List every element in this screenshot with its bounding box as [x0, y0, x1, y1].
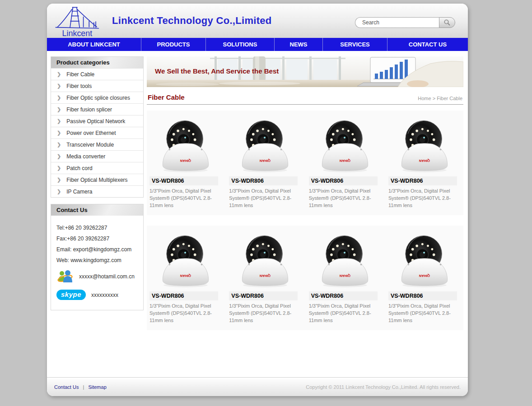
footer-sitemap-link[interactable]: Sitemap	[88, 384, 106, 390]
sidebar-category-item[interactable]: ❯ Patch cord	[51, 162, 143, 174]
product-name[interactable]: VS-WDR806	[229, 291, 298, 300]
breadcrumb-separator: >	[433, 96, 435, 101]
nav-item[interactable]: SOLUTIONS	[205, 38, 274, 51]
product-card[interactable]: QIHAN VS-WDR806 1/3"Pixim Orca, Digital …	[229, 231, 301, 324]
sidebar-category-item[interactable]: ❯ Power over Ethernet	[51, 127, 143, 138]
search-bar	[355, 17, 455, 28]
main-column: We Sell the Best, And Service the Best F…	[147, 56, 463, 377]
dome-camera-image[interactable]: QIHAN	[158, 231, 213, 288]
copyright-text: Copyright © 2011 Linkcent Technology Co.…	[306, 384, 461, 390]
skype-row: skype xxxxxxxxxx	[56, 290, 138, 300]
content-area: Product categories ❯ Fiber Cable ❯ Fiber…	[47, 51, 468, 377]
product-image-wrap: QIHAN	[158, 116, 213, 175]
product-card[interactable]: QIHAN VS-WDR806 1/3"Pixim Orca, Digital …	[388, 116, 461, 209]
main-nav: ABOUT LINKCENT PRODUCTS SOLUTIONS NEWS S…	[47, 38, 468, 51]
product-card[interactable]: QIHAN VS-WDR806 1/3"Pixim Orca, Digital …	[149, 231, 222, 324]
contact-tel: Tel:+86 20 39262287	[56, 225, 138, 231]
dome-camera-image[interactable]: QIHAN	[238, 231, 293, 288]
search-button[interactable]	[439, 17, 455, 28]
camera-brand-label: QIHAN	[340, 274, 350, 278]
product-name[interactable]: VS-WDR806	[388, 176, 457, 185]
product-name[interactable]: VS-WDR806	[388, 291, 457, 300]
product-row-2: QIHAN VS-WDR806 1/3"Pixim Orca, Digital …	[147, 226, 463, 330]
category-label: Fiber Optic splice closures	[66, 95, 130, 101]
nav-item[interactable]: PRODUCTS	[141, 38, 205, 51]
sidebar-category-item[interactable]: ❯ Fiber fusion splicer	[51, 103, 143, 115]
page-title: Fiber Cable	[148, 93, 185, 101]
nav-item[interactable]: CONTACT US	[387, 38, 468, 51]
chevron-right-icon: ❯	[57, 177, 61, 183]
sidebar-category-item[interactable]: ❯ IP Camera	[51, 185, 143, 197]
chevron-right-icon: ❯	[57, 153, 61, 159]
breadcrumb-current: Fiber Cable	[437, 96, 462, 101]
category-label: Fiber Optical Multiplexers	[66, 177, 127, 183]
product-card[interactable]: QIHAN VS-WDR806 1/3"Pixim Orca, Digital …	[229, 116, 301, 209]
search-input[interactable]	[355, 17, 439, 28]
contact-us-title: Contact Us	[51, 204, 143, 216]
nav-item[interactable]: ABOUT LINKCENT	[47, 38, 141, 51]
dome-camera-image[interactable]: QIHAN	[397, 116, 452, 173]
contact-email: Email: export@kingdomgz.com	[56, 246, 138, 253]
dome-camera-image[interactable]: QIHAN	[397, 231, 452, 288]
product-card[interactable]: QIHAN VS-WDR806 1/3"Pixim Orca, Digital …	[309, 231, 381, 324]
breadcrumb-home[interactable]: Home	[418, 96, 431, 101]
msn-messenger-icon	[56, 269, 74, 284]
contact-web: Web: www.kingdomgz.com	[56, 257, 138, 263]
chevron-right-icon: ❯	[57, 71, 61, 77]
nav-item-label: NEWS	[290, 41, 308, 48]
product-description: 1/3"Pixim Orca, Digital Pixel System® (D…	[229, 187, 301, 209]
sidebar-category-item[interactable]: ❯ Passive Optical Network	[51, 115, 143, 127]
dome-camera-image[interactable]: QIHAN	[238, 116, 293, 173]
product-categories-title: Product categories	[51, 57, 143, 68]
category-label: Transceiver Module	[66, 142, 114, 148]
contact-body: Tel:+86 20 39262287 Fax:+86 20 39262287 …	[51, 216, 143, 310]
footer-links: Contact Us | Sitemap	[54, 384, 107, 390]
sidebar-category-item[interactable]: ❯ Media converter	[51, 150, 143, 162]
sidebar-category-item[interactable]: ❯ Transceiver Module	[51, 138, 143, 150]
sidebar: Product categories ❯ Fiber Cable ❯ Fiber…	[51, 56, 144, 377]
product-image-wrap: QIHAN	[317, 231, 373, 290]
category-list: ❯ Fiber Cable ❯ Fiber tools ❯ Fiber Opti…	[51, 68, 143, 197]
msn-address: xxxxx@hotamil.com.cn	[79, 273, 135, 280]
sidebar-category-item[interactable]: ❯ Fiber Cable	[51, 68, 143, 80]
product-name[interactable]: VS-WDR806	[229, 176, 298, 185]
nav-item-label: SOLUTIONS	[223, 41, 257, 48]
logo-wordmark: Linkcent	[62, 29, 92, 38]
product-description: 1/3"Pixim Orca, Digital Pixel System® (D…	[388, 187, 461, 209]
sidebar-category-item[interactable]: ❯ Fiber Optical Multiplexers	[51, 174, 143, 185]
product-name[interactable]: VS-WDR806	[309, 291, 378, 300]
product-row-1: QIHAN VS-WDR806 1/3"Pixim Orca, Digital …	[147, 111, 463, 215]
category-label: Passive Optical Network	[66, 118, 125, 125]
dome-camera-image[interactable]: QIHAN	[158, 116, 213, 173]
dome-camera-image[interactable]: QIHAN	[317, 231, 373, 288]
nav-item[interactable]: NEWS	[274, 38, 322, 51]
product-image-wrap: QIHAN	[397, 231, 452, 290]
chevron-right-icon: ❯	[57, 95, 61, 101]
dome-camera-image[interactable]: QIHAN	[317, 116, 373, 173]
site-footer: Contact Us | Sitemap Copyright © 2011 Li…	[47, 377, 468, 396]
banner-slogan: We Sell the Best, And Service the Best	[155, 67, 279, 75]
footer-contact-link[interactable]: Contact Us	[54, 384, 79, 390]
product-name[interactable]: VS-WDR806	[149, 291, 218, 300]
linkcent-bridge-logo[interactable]: Linkcent	[51, 5, 105, 39]
sidebar-category-item[interactable]: ❯ Fiber tools	[51, 80, 143, 92]
camera-brand-label: QIHAN	[340, 159, 350, 163]
company-title: Linkcent Technology Co.,Limited	[112, 15, 272, 27]
site-header: Linkcent Linkcent Technology Co.,Limited	[47, 4, 468, 38]
chevron-right-icon: ❯	[57, 142, 61, 148]
skype-logo: skype	[56, 290, 86, 300]
product-card[interactable]: QIHAN VS-WDR806 1/3"Pixim Orca, Digital …	[149, 116, 222, 209]
nav-item[interactable]: SERVICES	[322, 38, 387, 51]
product-description: 1/3"Pixim Orca, Digital Pixel System® (D…	[388, 302, 461, 324]
camera-brand-label: QIHAN	[180, 159, 191, 163]
product-card[interactable]: QIHAN VS-WDR806 1/3"Pixim Orca, Digital …	[388, 231, 461, 324]
product-description: 1/3"Pixim Orca, Digital Pixel System® (D…	[149, 302, 222, 324]
product-description: 1/3"Pixim Orca, Digital Pixel System® (D…	[309, 187, 381, 209]
chevron-right-icon: ❯	[57, 83, 61, 89]
product-name[interactable]: VS-WDR806	[309, 176, 378, 185]
product-name[interactable]: VS-WDR806	[149, 176, 218, 185]
camera-brand-label: QIHAN	[419, 159, 430, 163]
product-card[interactable]: QIHAN VS-WDR806 1/3"Pixim Orca, Digital …	[309, 116, 381, 209]
sidebar-category-item[interactable]: ❯ Fiber Optic splice closures	[51, 92, 143, 103]
page-title-row: Fiber Cable Home > Fiber Cable	[147, 87, 463, 105]
